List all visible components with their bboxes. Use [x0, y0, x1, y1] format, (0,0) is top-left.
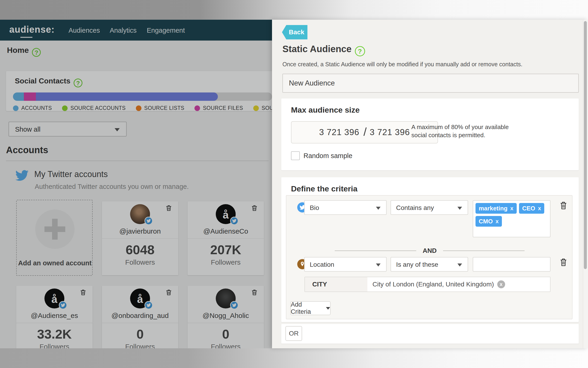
legend-item: SOURCE ACCOUNTS — [62, 105, 126, 111]
show-all-select[interactable]: Show all — [9, 122, 127, 137]
delete-account-button[interactable] — [250, 288, 258, 296]
nav-item-engagement[interactable]: Engagement — [147, 27, 185, 34]
add-criteria-button[interactable]: Add Criteria — [290, 301, 331, 315]
criteria-group: Bio Contains any marketingx CEOx CMOx AN… — [286, 195, 572, 319]
remove-tag-icon[interactable]: x — [510, 205, 513, 212]
card-divider — [102, 323, 178, 323]
criteria-operator-select[interactable]: Is any of these — [391, 257, 468, 272]
chevron-down-icon — [457, 207, 462, 210]
followers-label: Followers — [187, 258, 264, 266]
chevron-down-icon — [376, 207, 381, 210]
twitter-account-card: @Nogg_Aholic 0 Followers — [187, 286, 264, 348]
legend-item: ACCOUNTS — [13, 105, 52, 111]
tag-marketing[interactable]: marketingx — [475, 203, 517, 214]
bar-segment-audiences — [36, 92, 218, 101]
delete-criteria-row-button[interactable] — [559, 201, 568, 210]
twitter-badge-icon — [144, 301, 153, 309]
nav-item-analytics[interactable]: Analytics — [110, 27, 137, 34]
card-divider — [16, 323, 93, 323]
max-size-title: Max audience size — [291, 105, 360, 114]
back-button[interactable]: Back — [282, 25, 307, 39]
legend-dot-accounts — [13, 105, 18, 111]
followers-label: Followers — [187, 343, 264, 348]
delete-account-button[interactable] — [79, 288, 87, 296]
top-navbar: audiense: Audiences Analytics Engagement — [0, 20, 272, 41]
chevron-down-icon — [114, 128, 120, 131]
card-divider — [187, 323, 264, 323]
twitter-account-card: @javierburon 6048 Followers — [102, 201, 178, 275]
random-sample-checkbox[interactable] — [291, 151, 300, 160]
twitter-account-card: å @AudienseCo 207K Followers — [187, 201, 264, 275]
card-divider — [187, 239, 264, 239]
twitter-bird-icon — [15, 168, 29, 182]
top-letterbox-gradient — [0, 0, 588, 20]
followers-count: 6048 — [102, 242, 178, 257]
chevron-down-icon — [457, 264, 462, 267]
followers-label: Followers — [16, 343, 93, 348]
help-icon[interactable]: ? — [32, 48, 41, 57]
criteria-tags-input[interactable]: marketingx CEOx CMOx — [473, 200, 551, 237]
criteria-value-input[interactable] — [473, 257, 551, 272]
help-icon[interactable]: ? — [355, 46, 365, 56]
twitter-badge-icon — [230, 217, 238, 225]
page-title-home: Home? — [7, 46, 41, 57]
account-handle: @Nogg_Aholic — [187, 312, 264, 320]
nav-item-audiences[interactable]: Audiences — [69, 27, 100, 34]
account-handle: @AudienseCo — [187, 227, 264, 235]
audiense-logo[interactable]: audiense: — [9, 24, 55, 35]
followers-count: 207K — [187, 242, 264, 257]
tag-cmo[interactable]: CMOx — [475, 216, 502, 227]
criteria-field-select[interactable]: Bio — [304, 200, 386, 215]
size-separator: / — [363, 125, 367, 138]
followers-count: 33.2K — [16, 327, 93, 341]
or-card: OR — [281, 324, 579, 344]
twitter-account-card: å @onboarding_aud 0 Followers — [102, 286, 178, 348]
criteria-field-select[interactable]: Location — [304, 257, 386, 272]
size-max: 3 721 396 — [370, 128, 410, 137]
remove-city-icon[interactable]: x — [497, 280, 505, 288]
my-twitter-accounts-title: My Twitter accounts — [34, 169, 108, 179]
twitter-badge-icon — [144, 217, 153, 225]
plus-icon — [35, 210, 75, 249]
followers-label: Followers — [102, 258, 178, 266]
show-all-value: Show all — [15, 126, 41, 133]
random-sample-label: Random sample — [304, 152, 352, 160]
define-criteria-card: Define the criteria Bio Contains any mar… — [281, 177, 579, 322]
size-current: 3 721 396 — [319, 128, 359, 137]
legend-dot-source-lists — [136, 105, 141, 111]
or-button[interactable]: OR — [285, 326, 302, 341]
my-twitter-accounts-subtitle: Authenticated Twitter accounts you own o… — [35, 183, 189, 191]
delete-criteria-row-button[interactable] — [559, 258, 568, 267]
city-criteria-row: CITY City of London (England, United Kin… — [304, 277, 551, 292]
city-value: City of London (England, United Kingdom)… — [367, 277, 505, 292]
section-divider — [6, 161, 269, 161]
followers-count: 0 — [102, 327, 178, 341]
screenshot-stage: audiense: Audiences Analytics Engagement… — [0, 0, 588, 368]
legend-item: SOURCE RETWEETERS — [253, 105, 272, 111]
delete-account-button[interactable] — [165, 204, 173, 212]
add-owned-account-card[interactable]: Add an owned account — [16, 200, 93, 276]
city-label: CITY — [305, 277, 367, 292]
account-handle: @onboarding_aud — [102, 312, 178, 320]
bar-segment-accounts — [13, 92, 24, 101]
delete-account-button[interactable] — [165, 288, 173, 296]
social-contacts-card: Social Contacts? ACCOUNTS SOURCE ACCOUNT… — [6, 71, 272, 111]
social-contacts-progress-bar — [13, 92, 272, 101]
account-handle: @Audiense_es — [16, 312, 93, 320]
social-contacts-title: Social Contacts? — [15, 77, 82, 87]
remove-tag-icon[interactable]: x — [496, 218, 499, 225]
scrollbar-thumb[interactable] — [584, 21, 587, 269]
help-icon[interactable]: ? — [74, 79, 82, 87]
legend-dot-source-retweeters — [253, 105, 259, 111]
account-handle: @javierburon — [102, 227, 178, 235]
max-audience-size-card: Max audience size 3 721 396 / 3 721 396 … — [281, 99, 579, 170]
legend-item: SOURCE FILES — [194, 105, 243, 111]
twitter-account-card: å @Audiense_es 33.2K Followers — [16, 286, 93, 348]
delete-account-button[interactable] — [250, 204, 258, 212]
audience-name-input[interactable] — [282, 74, 579, 93]
remove-tag-icon[interactable]: x — [538, 205, 541, 212]
social-contacts-legend: ACCOUNTS SOURCE ACCOUNTS SOURCE LISTS SO… — [13, 105, 272, 111]
tag-ceo[interactable]: CEOx — [519, 203, 544, 214]
criteria-operator-select[interactable]: Contains any — [391, 200, 468, 215]
static-audience-panel: Back Static Audience? Once created, a St… — [272, 20, 588, 348]
